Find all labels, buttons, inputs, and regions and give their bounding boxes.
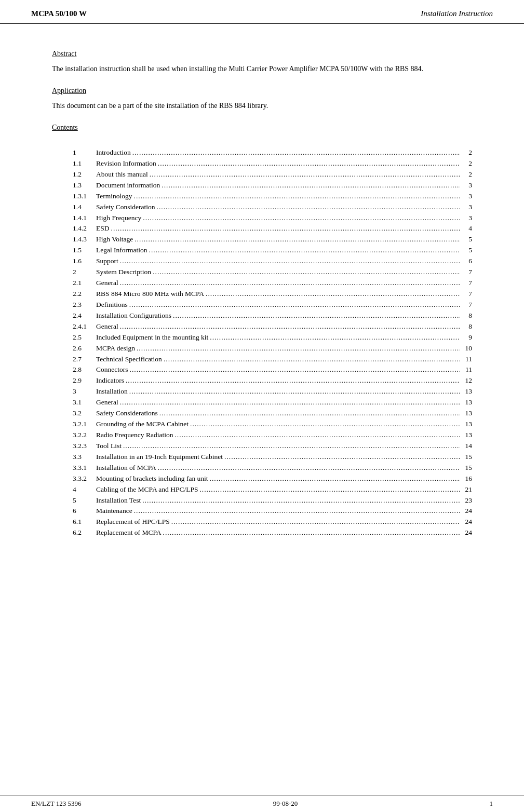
toc-entry: 3.2.3Tool List .........................… <box>73 441 472 452</box>
contents-heading: Contents <box>52 124 472 132</box>
toc-entry: 3.3Installation in an 19-Inch Equipment … <box>73 452 472 463</box>
toc-number: 6.2 <box>73 527 96 538</box>
toc-page: 7 <box>462 267 472 278</box>
toc-number: 2.4 <box>73 310 96 321</box>
toc-dots: ........................................… <box>137 343 460 354</box>
toc-number: 2.5 <box>73 332 96 343</box>
toc-page: 24 <box>462 517 472 527</box>
toc-dots: ........................................… <box>120 397 460 408</box>
page-content: Abstract The installation instruction sh… <box>0 24 524 559</box>
toc-label: Technical Specification <box>96 354 162 365</box>
toc-entry: 6.1Replacement of HPC/LPS ..............… <box>73 517 472 527</box>
toc-dots: ........................................… <box>120 256 460 267</box>
toc-label: Included Equipment in the mounting kit <box>96 332 208 343</box>
toc-dots: ........................................… <box>129 386 460 397</box>
toc-label: Installation Test <box>96 495 141 506</box>
toc-entry: 3Installation ..........................… <box>73 386 472 397</box>
toc-number: 6 <box>73 506 96 517</box>
toc-dots: ........................................… <box>199 484 460 495</box>
toc-number: 3.2.1 <box>73 419 96 430</box>
toc-label: Safety Consideration <box>96 202 155 213</box>
toc-page: 14 <box>462 441 472 452</box>
toc-entry: 2.9Indicators ..........................… <box>73 375 472 386</box>
toc-entry: 1.2About this manual ...................… <box>73 169 472 180</box>
toc-number: 2.7 <box>73 354 96 365</box>
toc-dots: ........................................… <box>120 278 460 289</box>
toc-entry: 1.4.1High Frequency ....................… <box>73 213 472 224</box>
toc-label: Mounting of brackets including fan unit <box>96 473 208 484</box>
toc-page: 3 <box>462 191 472 202</box>
toc-entry: 1.6Support .............................… <box>73 256 472 267</box>
toc-dots: ........................................… <box>111 223 460 234</box>
toc-entry: 3.2Safety Considerations ...............… <box>73 408 472 419</box>
toc-entry: 3.3.1Installation of MCPA ..............… <box>73 463 472 473</box>
toc-number: 2.3 <box>73 300 96 310</box>
toc-label: Installation of MCPA <box>96 463 156 473</box>
toc-label: Maintenance <box>96 506 132 517</box>
toc-entry: 1Introduction ..........................… <box>73 147 472 158</box>
toc-number: 3 <box>73 386 96 397</box>
toc-entry: 1.4.3High Voltage ......................… <box>73 234 472 245</box>
toc-page: 2 <box>462 169 472 180</box>
toc-page: 2 <box>462 147 472 158</box>
toc-label: High Voltage <box>96 234 133 245</box>
abstract-heading: Abstract <box>52 50 472 58</box>
toc-page: 16 <box>462 473 472 484</box>
toc-number: 3.3 <box>73 452 96 463</box>
toc-page: 13 <box>462 430 472 441</box>
toc-number: 1 <box>73 147 96 158</box>
toc-number: 1.3 <box>73 180 96 191</box>
toc-entry: 2.5Included Equipment in the mounting ki… <box>73 332 472 343</box>
toc-label: Connectors <box>96 364 128 375</box>
toc-entry: 3.3.2Mounting of brackets including fan … <box>73 473 472 484</box>
toc-dots: ........................................… <box>123 441 460 452</box>
toc-page: 3 <box>462 180 472 191</box>
toc-label: General <box>96 321 118 332</box>
toc-entry: 3.2.1Grounding of the MCPA Cabinet .....… <box>73 419 472 430</box>
toc-page: 5 <box>462 245 472 256</box>
toc-label: Safety Considerations <box>96 408 158 419</box>
toc-label: General <box>96 278 118 289</box>
toc-entry: 2.7Technical Specification .............… <box>73 354 472 365</box>
toc-dots: ........................................… <box>158 463 460 473</box>
abstract-text: The installation instruction shall be us… <box>52 63 472 74</box>
toc-number: 3.3.1 <box>73 463 96 473</box>
toc-dots: ........................................… <box>134 506 460 517</box>
toc-label: ESD <box>96 223 110 234</box>
page-footer: EN/LZT 123 5396 99-08-20 1 <box>0 795 524 812</box>
toc-entry: 1.3Document information ................… <box>73 180 472 191</box>
toc-page: 5 <box>462 234 472 245</box>
toc-entry: 2.3Definitions .........................… <box>73 300 472 310</box>
toc-number: 5 <box>73 495 96 506</box>
toc-page: 11 <box>462 354 472 365</box>
toc-label: Terminology <box>96 191 132 202</box>
toc-page: 10 <box>462 343 472 354</box>
toc-number: 1.4.2 <box>73 223 96 234</box>
toc-entry: 2.8Connectors ..........................… <box>73 364 472 375</box>
toc-entry: 1.4Safety Consideration ................… <box>73 202 472 213</box>
toc-dots: ........................................… <box>158 158 460 169</box>
toc-label: RBS 884 Micro 800 MHz with MCPA <box>96 289 204 300</box>
toc-page: 21 <box>462 484 472 495</box>
toc-number: 2.2 <box>73 289 96 300</box>
toc-entry: 3.1General .............................… <box>73 397 472 408</box>
toc-number: 2 <box>73 267 96 278</box>
toc-entry: 2.1General .............................… <box>73 278 472 289</box>
toc-label: High Frequency <box>96 213 141 224</box>
toc-dots: ........................................… <box>173 310 460 321</box>
toc-label: Installation <box>96 386 128 397</box>
toc-dots: ........................................… <box>157 202 460 213</box>
toc-number: 1.2 <box>73 169 96 180</box>
toc-label: Tool List <box>96 441 122 452</box>
toc-page: 24 <box>462 506 472 517</box>
toc-page: 4 <box>462 223 472 234</box>
toc-dots: ........................................… <box>126 375 460 386</box>
toc-page: 7 <box>462 278 472 289</box>
toc-label: Installation in an 19-Inch Equipment Cab… <box>96 452 223 463</box>
toc-number: 1.3.1 <box>73 191 96 202</box>
toc-dots: ........................................… <box>142 495 460 506</box>
toc-dots: ........................................… <box>135 234 460 245</box>
toc-page: 13 <box>462 408 472 419</box>
toc-number: 2.6 <box>73 343 96 354</box>
toc-dots: ........................................… <box>132 147 460 158</box>
